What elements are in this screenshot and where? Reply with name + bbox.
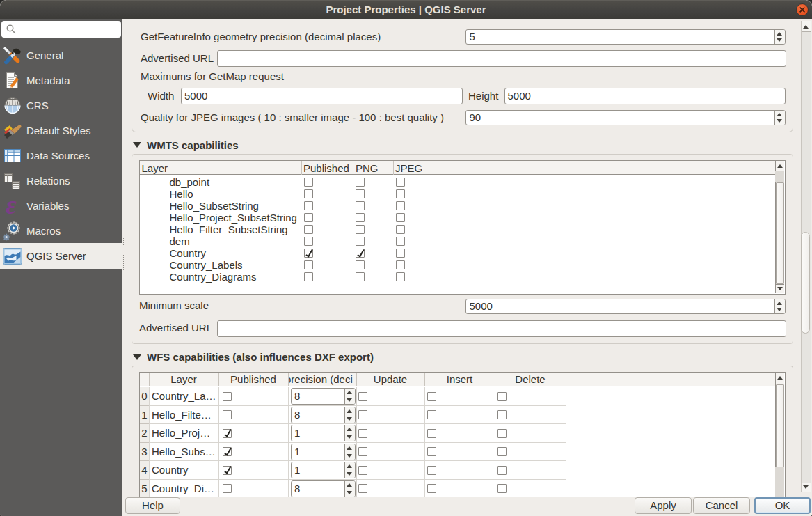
svg-text:ε: ε (6, 190, 17, 219)
